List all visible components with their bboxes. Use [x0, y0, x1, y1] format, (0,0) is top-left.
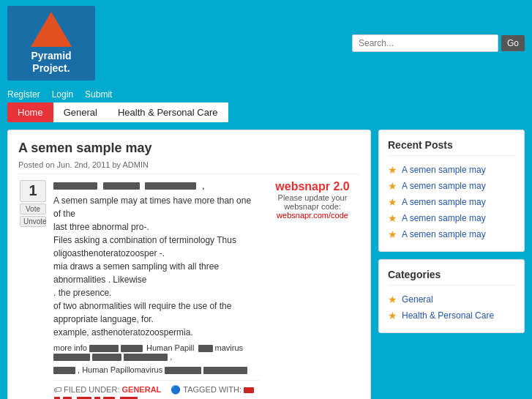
star-icon-cat-1: ★: [388, 294, 397, 305]
top-nav: Register Login Submit: [0, 86, 532, 102]
categories-title: Categories: [388, 269, 515, 286]
redacted-block: [165, 367, 201, 374]
redacted-image-row: ,: [53, 180, 259, 191]
redacted-block: [53, 354, 90, 361]
post-meta-1: Posted on Jun. 2nd, 2011 by ADMIN: [18, 160, 360, 174]
websnapr-box-1: websnapr 2.0 Please update yourwebsnapr …: [265, 180, 360, 399]
register-link[interactable]: Register: [7, 89, 40, 100]
star-icon-4: ★: [388, 212, 397, 224]
submit-link[interactable]: Submit: [85, 89, 112, 100]
nav-home[interactable]: Home: [7, 102, 53, 122]
recent-post-2: ★ A semen sample may: [388, 178, 515, 194]
post-body-1: 1 Vote Unvote , A semen sample may at ti…: [18, 180, 360, 399]
redacted-block: [92, 354, 121, 361]
vote-count-1: 1: [20, 180, 46, 202]
star-icon-1: ★: [388, 164, 397, 176]
sidebar: Recent Posts ★ A semen sample may ★ A se…: [378, 130, 525, 399]
papillo-text: , Human Papillomavirus: [53, 365, 259, 374]
main-nav: Home General Health & Personal Care: [0, 102, 532, 122]
websnapr-link-1[interactable]: websnapr.com/code: [265, 211, 360, 220]
post-body-text-1: A semen sample may at times have more th…: [53, 194, 259, 339]
filed-label: 🏷: [53, 385, 64, 394]
post-title-1: A semen sample may: [18, 141, 360, 156]
more-info-1: more info Human Papill mavirus ,: [53, 343, 259, 361]
tagged-label-text: TAGGED WITH:: [183, 385, 241, 394]
main-column: A semen sample may Posted on Jun. 2nd, 2…: [7, 130, 371, 399]
recent-post-1: ★ A semen sample may: [388, 162, 515, 178]
recent-post-link-3[interactable]: A semen sample may: [402, 197, 486, 207]
post-content-1: , A semen sample may at times have more …: [53, 180, 259, 399]
filed-under-1: 🏷 FILED UNDER: GENERAL 🔵 TAGGED WITH:: [53, 380, 259, 399]
recent-post-link-5[interactable]: A semen sample may: [402, 229, 486, 239]
recent-post-link-2[interactable]: A semen sample may: [402, 181, 486, 191]
vote-box-1: 1 Vote Unvote: [18, 180, 48, 399]
redacted-block: [103, 182, 140, 190]
redacted-block: [198, 345, 213, 352]
nav-health[interactable]: Health & Personal Care: [108, 102, 228, 122]
login-link[interactable]: Login: [52, 89, 73, 100]
filed-tag[interactable]: GENERAL: [122, 385, 162, 394]
redacted-block: [89, 345, 119, 352]
search-area: Go: [352, 34, 525, 52]
logo-text: PyramidProject.: [31, 50, 71, 75]
logo-triangle-icon: [31, 12, 72, 47]
vote-up-btn-1[interactable]: Vote: [20, 204, 46, 215]
search-input[interactable]: [352, 34, 498, 52]
redacted-block: [145, 182, 196, 190]
category-item-2: ★ Health & Personal Care: [388, 307, 515, 324]
recent-posts-title: Recent Posts: [388, 139, 515, 156]
category-link-2[interactable]: Health & Personal Care: [402, 310, 494, 321]
filed-label-text: FILED UNDER:: [64, 385, 119, 394]
recent-post-link-4[interactable]: A semen sample may: [402, 213, 486, 223]
recent-posts-panel: Recent Posts ★ A semen sample may ★ A se…: [378, 130, 525, 252]
websnapr-sub-1: Please update yourwebsnapr code:: [265, 193, 360, 211]
star-icon-3: ★: [388, 196, 397, 208]
recent-post-4: ★ A semen sample may: [388, 210, 515, 226]
recent-post-link-1[interactable]: A semen sample may: [402, 165, 486, 175]
star-icon-5: ★: [388, 228, 397, 240]
redacted-block: [53, 182, 97, 190]
redacted-block: [124, 354, 168, 361]
recent-post-3: ★ A semen sample may: [388, 194, 515, 210]
websnapr-title-1: websnapr 2.0: [265, 180, 360, 193]
nav-general[interactable]: General: [53, 102, 108, 122]
star-icon-cat-2: ★: [388, 310, 397, 321]
tag-block: [244, 387, 254, 393]
redacted-block: [53, 367, 75, 374]
comma-text: ,: [202, 180, 205, 191]
categories-panel: Categories ★ General ★ Health & Personal…: [378, 259, 525, 333]
category-item-1: ★ General: [388, 291, 515, 307]
redacted-block: [121, 345, 143, 352]
virus-text: mavirus: [215, 343, 244, 352]
category-link-1[interactable]: General: [402, 294, 433, 305]
redacted-block: [203, 367, 247, 374]
separator: Human Papill: [146, 343, 194, 352]
recent-post-5: ★ A semen sample may: [388, 226, 515, 242]
star-icon-2: ★: [388, 180, 397, 192]
header: PyramidProject. Go: [0, 0, 532, 86]
post-card-1: A semen sample may Posted on Jun. 2nd, 2…: [7, 130, 371, 399]
search-button[interactable]: Go: [501, 35, 525, 51]
vote-down-btn-1[interactable]: Unvote: [20, 216, 46, 227]
logo[interactable]: PyramidProject.: [7, 6, 95, 81]
comma2: ,: [170, 352, 172, 361]
content-area: A semen sample may Posted on Jun. 2nd, 2…: [0, 122, 532, 399]
tagged-label: 🔵: [171, 385, 183, 394]
